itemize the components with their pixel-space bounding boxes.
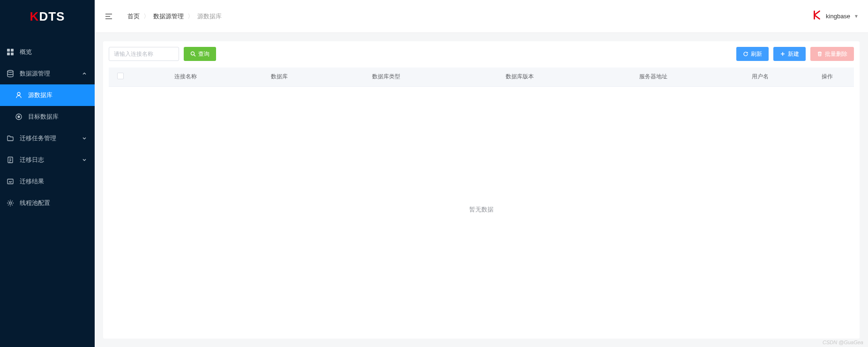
nav-item-migration-log[interactable]: 迁移日志 bbox=[0, 149, 95, 171]
sidebar: KDTS 概览 数据源管理 bbox=[0, 0, 95, 347]
nav-item-overview[interactable]: 概览 bbox=[0, 41, 95, 63]
chevron-down-icon bbox=[82, 136, 87, 141]
table-empty-state: 暂无数据 bbox=[109, 87, 854, 333]
svg-point-5 bbox=[17, 92, 20, 95]
nav-label: 源数据库 bbox=[28, 91, 87, 99]
create-button[interactable]: 新建 bbox=[773, 47, 806, 61]
search-icon bbox=[190, 51, 196, 57]
nav-item-migration-result[interactable]: 迁移结果 bbox=[0, 171, 95, 192]
gear-icon bbox=[7, 199, 14, 207]
button-label: 查询 bbox=[198, 50, 210, 58]
toolbar: 查询 刷新 新建 bbox=[103, 41, 860, 68]
svg-rect-9 bbox=[7, 179, 13, 184]
col-server-address: 服务器地址 bbox=[587, 68, 720, 86]
col-username: 用户名 bbox=[720, 68, 801, 86]
svg-rect-2 bbox=[7, 53, 10, 55]
table-wrap: 连接名称 数据库 数据库类型 数据库版本 服务器地址 用户名 操作 暂无数据 bbox=[103, 68, 860, 339]
nav-label: 迁移日志 bbox=[20, 156, 82, 164]
svg-rect-0 bbox=[7, 49, 10, 52]
nav-label: 迁移结果 bbox=[20, 177, 87, 186]
logo-rest: DTS bbox=[39, 9, 65, 24]
button-label: 批量删除 bbox=[825, 50, 847, 58]
table-header-row: 连接名称 数据库 数据库类型 数据库版本 服务器地址 用户名 操作 bbox=[109, 68, 854, 86]
user-menu[interactable]: kingbase ▼ bbox=[812, 10, 859, 23]
document-icon bbox=[7, 156, 14, 164]
breadcrumb-sep-icon: 〉 bbox=[143, 12, 150, 21]
user-logo-icon bbox=[812, 10, 822, 23]
logo-prefix: K bbox=[30, 9, 39, 24]
button-label: 新建 bbox=[788, 50, 799, 58]
search-input[interactable] bbox=[109, 47, 179, 61]
plus-icon bbox=[780, 51, 786, 57]
col-db-version: 数据库版本 bbox=[453, 68, 586, 86]
col-connection-name: 连接名称 bbox=[132, 68, 239, 86]
nav-label: 目标数据库 bbox=[28, 113, 87, 121]
panel: 查询 刷新 新建 bbox=[103, 41, 860, 339]
topbar: 首页 〉 数据源管理 〉 源数据库 kingbase ▼ bbox=[95, 0, 868, 33]
svg-point-4 bbox=[7, 70, 13, 72]
nav-sub-datasource: 源数据库 目标数据库 bbox=[0, 84, 95, 128]
header-checkbox-col bbox=[109, 68, 132, 86]
source-db-icon bbox=[15, 91, 22, 99]
data-table: 连接名称 数据库 数据库类型 数据库版本 服务器地址 用户名 操作 bbox=[109, 68, 854, 87]
bulk-delete-button[interactable]: 批量删除 bbox=[810, 47, 854, 61]
chevron-down-icon bbox=[82, 157, 87, 163]
grid-icon bbox=[7, 48, 14, 56]
breadcrumb: 首页 〉 数据源管理 〉 源数据库 bbox=[127, 12, 812, 21]
nav-item-migration-task[interactable]: 迁移任务管理 bbox=[0, 128, 95, 149]
empty-text: 暂无数据 bbox=[469, 205, 494, 214]
main-nav: 概览 数据源管理 源数据库 bbox=[0, 33, 95, 347]
result-icon bbox=[7, 178, 14, 185]
user-name: kingbase bbox=[826, 13, 850, 20]
trash-icon bbox=[817, 51, 823, 57]
svg-point-11 bbox=[191, 52, 195, 55]
breadcrumb-home[interactable]: 首页 bbox=[127, 12, 140, 21]
select-all-checkbox[interactable] bbox=[117, 73, 124, 79]
svg-rect-3 bbox=[11, 53, 14, 55]
app-logo: KDTS bbox=[0, 0, 95, 33]
col-actions: 操作 bbox=[801, 68, 854, 86]
target-db-icon bbox=[15, 113, 22, 121]
breadcrumb-datasource[interactable]: 数据源管理 bbox=[153, 12, 184, 21]
nav-label: 迁移任务管理 bbox=[20, 134, 82, 143]
watermark: CSDN @GuaGea bbox=[823, 339, 863, 345]
main-area: 首页 〉 数据源管理 〉 源数据库 kingbase ▼ bbox=[95, 0, 868, 347]
nav-label: 数据源管理 bbox=[20, 69, 82, 78]
folder-icon bbox=[7, 135, 14, 142]
database-icon bbox=[7, 70, 14, 77]
svg-point-7 bbox=[18, 116, 20, 118]
refresh-button[interactable]: 刷新 bbox=[736, 47, 769, 61]
svg-rect-1 bbox=[11, 49, 14, 52]
query-button[interactable]: 查询 bbox=[184, 47, 216, 61]
nav-item-thread-pool[interactable]: 线程池配置 bbox=[0, 192, 95, 214]
col-db-type: 数据库类型 bbox=[319, 68, 453, 86]
nav-subitem-source-db[interactable]: 源数据库 bbox=[0, 84, 95, 106]
caret-down-icon: ▼ bbox=[854, 14, 859, 19]
nav-label: 概览 bbox=[20, 48, 87, 56]
breadcrumb-sep-icon: 〉 bbox=[187, 12, 194, 21]
col-database: 数据库 bbox=[239, 68, 319, 86]
nav-label: 线程池配置 bbox=[20, 199, 87, 207]
breadcrumb-current: 源数据库 bbox=[197, 12, 222, 21]
hamburger-icon[interactable] bbox=[104, 12, 113, 21]
chevron-up-icon bbox=[82, 71, 87, 76]
content-area: 查询 刷新 新建 bbox=[95, 33, 868, 347]
button-label: 刷新 bbox=[751, 50, 762, 58]
nav-subitem-target-db[interactable]: 目标数据库 bbox=[0, 106, 95, 128]
nav-item-datasource[interactable]: 数据源管理 bbox=[0, 63, 95, 84]
svg-point-10 bbox=[9, 202, 12, 204]
refresh-icon bbox=[743, 51, 748, 57]
